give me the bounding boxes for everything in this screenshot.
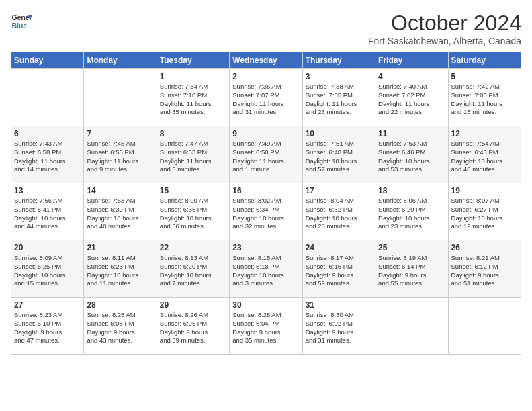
cell-content: Sunrise: 7:51 AM Sunset: 6:48 PM Dayligh… <box>306 140 372 174</box>
page-header: General Blue October 2024 Fort Saskatche… <box>11 11 521 46</box>
calendar-cell: 17Sunrise: 8:04 AM Sunset: 6:32 PM Dayli… <box>302 183 375 240</box>
calendar-row: 1Sunrise: 7:34 AM Sunset: 7:10 PM Daylig… <box>11 69 521 126</box>
cell-content: Sunrise: 8:13 AM Sunset: 6:20 PM Dayligh… <box>160 254 226 288</box>
day-number: 17 <box>306 186 372 195</box>
day-number: 28 <box>87 300 153 310</box>
cell-content: Sunrise: 7:38 AM Sunset: 7:05 PM Dayligh… <box>306 83 372 117</box>
calendar-cell: 14Sunrise: 7:58 AM Sunset: 6:39 PM Dayli… <box>84 183 157 240</box>
location: Fort Saskatchewan, Alberta, Canada <box>368 36 521 46</box>
cell-content: Sunrise: 8:17 AM Sunset: 6:16 PM Dayligh… <box>306 254 372 288</box>
svg-text:Blue: Blue <box>12 22 28 30</box>
weekday-header: Sunday <box>11 52 84 69</box>
calendar-cell <box>375 298 448 355</box>
day-number: 2 <box>232 72 299 81</box>
cell-content: Sunrise: 7:58 AM Sunset: 6:39 PM Dayligh… <box>87 197 153 231</box>
cell-content: Sunrise: 7:47 AM Sunset: 6:53 PM Dayligh… <box>160 140 226 174</box>
day-number: 25 <box>378 243 445 253</box>
cell-content: Sunrise: 7:43 AM Sunset: 6:58 PM Dayligh… <box>14 140 81 174</box>
cell-content: Sunrise: 7:56 AM Sunset: 6:41 PM Dayligh… <box>14 197 81 231</box>
day-number: 24 <box>306 243 372 253</box>
calendar-row: 20Sunrise: 8:09 AM Sunset: 6:25 PM Dayli… <box>11 240 521 298</box>
calendar-row: 6Sunrise: 7:43 AM Sunset: 6:58 PM Daylig… <box>11 126 521 183</box>
day-number: 3 <box>306 72 372 81</box>
calendar-cell: 26Sunrise: 8:21 AM Sunset: 6:12 PM Dayli… <box>448 240 521 298</box>
calendar-cell: 7Sunrise: 7:45 AM Sunset: 6:55 PM Daylig… <box>84 126 157 183</box>
calendar-cell: 5Sunrise: 7:42 AM Sunset: 7:00 PM Daylig… <box>448 69 521 126</box>
day-number: 23 <box>232 243 299 253</box>
calendar-cell: 30Sunrise: 8:28 AM Sunset: 6:04 PM Dayli… <box>230 298 302 355</box>
cell-content: Sunrise: 7:42 AM Sunset: 7:00 PM Dayligh… <box>451 83 518 117</box>
day-number: 27 <box>14 300 81 310</box>
calendar-cell: 12Sunrise: 7:54 AM Sunset: 6:43 PM Dayli… <box>448 126 521 183</box>
header-row: SundayMondayTuesdayWednesdayThursdayFrid… <box>11 52 521 69</box>
day-number: 8 <box>160 129 226 138</box>
cell-content: Sunrise: 7:49 AM Sunset: 6:50 PM Dayligh… <box>232 140 299 174</box>
cell-content: Sunrise: 7:45 AM Sunset: 6:55 PM Dayligh… <box>87 140 153 174</box>
calendar-cell <box>448 298 521 355</box>
weekday-header: Friday <box>375 52 448 69</box>
cell-content: Sunrise: 8:15 AM Sunset: 6:18 PM Dayligh… <box>232 254 299 288</box>
cell-content: Sunrise: 8:28 AM Sunset: 6:04 PM Dayligh… <box>232 311 299 345</box>
day-number: 6 <box>14 129 81 138</box>
day-number: 1 <box>160 72 226 81</box>
calendar-cell: 21Sunrise: 8:11 AM Sunset: 6:23 PM Dayli… <box>84 240 157 298</box>
day-number: 21 <box>87 243 153 253</box>
cell-content: Sunrise: 8:00 AM Sunset: 6:36 PM Dayligh… <box>160 197 226 231</box>
calendar-cell: 25Sunrise: 8:19 AM Sunset: 6:14 PM Dayli… <box>375 240 448 298</box>
calendar-cell: 31Sunrise: 8:30 AM Sunset: 6:02 PM Dayli… <box>302 298 375 355</box>
weekday-header: Thursday <box>302 52 375 69</box>
calendar-row: 27Sunrise: 8:23 AM Sunset: 6:10 PM Dayli… <box>11 298 521 355</box>
day-number: 10 <box>306 129 372 138</box>
logo: General Blue <box>11 11 32 32</box>
calendar-cell: 19Sunrise: 8:07 AM Sunset: 6:27 PM Dayli… <box>448 183 521 240</box>
calendar-cell: 18Sunrise: 8:06 AM Sunset: 6:29 PM Dayli… <box>375 183 448 240</box>
calendar-cell: 3Sunrise: 7:38 AM Sunset: 7:05 PM Daylig… <box>302 69 375 126</box>
calendar-cell: 2Sunrise: 7:36 AM Sunset: 7:07 PM Daylig… <box>230 69 302 126</box>
weekday-header: Monday <box>84 52 157 69</box>
calendar-cell: 8Sunrise: 7:47 AM Sunset: 6:53 PM Daylig… <box>157 126 229 183</box>
day-number: 7 <box>87 129 153 138</box>
calendar-cell: 20Sunrise: 8:09 AM Sunset: 6:25 PM Dayli… <box>11 240 84 298</box>
calendar-cell <box>11 69 84 126</box>
cell-content: Sunrise: 8:25 AM Sunset: 6:08 PM Dayligh… <box>87 311 153 345</box>
weekday-header: Saturday <box>448 52 521 69</box>
cell-content: Sunrise: 8:09 AM Sunset: 6:25 PM Dayligh… <box>14 254 81 288</box>
day-number: 22 <box>160 243 226 253</box>
day-number: 30 <box>232 300 299 310</box>
day-number: 14 <box>87 186 153 195</box>
cell-content: Sunrise: 8:11 AM Sunset: 6:23 PM Dayligh… <box>87 254 153 288</box>
day-number: 12 <box>451 129 518 138</box>
cell-content: Sunrise: 7:53 AM Sunset: 6:46 PM Dayligh… <box>378 140 445 174</box>
calendar-cell: 22Sunrise: 8:13 AM Sunset: 6:20 PM Dayli… <box>157 240 229 298</box>
calendar-table: SundayMondayTuesdayWednesdayThursdayFrid… <box>11 52 521 355</box>
cell-content: Sunrise: 8:19 AM Sunset: 6:14 PM Dayligh… <box>378 254 445 288</box>
cell-content: Sunrise: 7:40 AM Sunset: 7:02 PM Dayligh… <box>378 83 445 117</box>
calendar-cell: 16Sunrise: 8:02 AM Sunset: 6:34 PM Dayli… <box>230 183 302 240</box>
calendar-row: 13Sunrise: 7:56 AM Sunset: 6:41 PM Dayli… <box>11 183 521 240</box>
day-number: 15 <box>160 186 226 195</box>
day-number: 19 <box>451 186 518 195</box>
day-number: 20 <box>14 243 81 253</box>
weekday-header: Wednesday <box>230 52 302 69</box>
cell-content: Sunrise: 8:23 AM Sunset: 6:10 PM Dayligh… <box>14 311 81 345</box>
calendar-cell: 13Sunrise: 7:56 AM Sunset: 6:41 PM Dayli… <box>11 183 84 240</box>
cell-content: Sunrise: 8:04 AM Sunset: 6:32 PM Dayligh… <box>306 197 372 231</box>
cell-content: Sunrise: 8:06 AM Sunset: 6:29 PM Dayligh… <box>378 197 445 231</box>
cell-content: Sunrise: 8:21 AM Sunset: 6:12 PM Dayligh… <box>451 254 518 288</box>
cell-content: Sunrise: 7:34 AM Sunset: 7:10 PM Dayligh… <box>160 83 226 117</box>
day-number: 26 <box>451 243 518 253</box>
calendar-cell: 28Sunrise: 8:25 AM Sunset: 6:08 PM Dayli… <box>84 298 157 355</box>
calendar-cell: 4Sunrise: 7:40 AM Sunset: 7:02 PM Daylig… <box>375 69 448 126</box>
day-number: 31 <box>306 300 372 310</box>
day-number: 18 <box>378 186 445 195</box>
calendar-cell: 10Sunrise: 7:51 AM Sunset: 6:48 PM Dayli… <box>302 126 375 183</box>
cell-content: Sunrise: 7:54 AM Sunset: 6:43 PM Dayligh… <box>451 140 518 174</box>
calendar-cell <box>84 69 157 126</box>
day-number: 4 <box>378 72 445 81</box>
day-number: 29 <box>160 300 226 310</box>
calendar-cell: 15Sunrise: 8:00 AM Sunset: 6:36 PM Dayli… <box>157 183 229 240</box>
cell-content: Sunrise: 8:30 AM Sunset: 6:02 PM Dayligh… <box>306 311 372 345</box>
calendar-cell: 6Sunrise: 7:43 AM Sunset: 6:58 PM Daylig… <box>11 126 84 183</box>
cell-content: Sunrise: 8:07 AM Sunset: 6:27 PM Dayligh… <box>451 197 518 231</box>
calendar-cell: 27Sunrise: 8:23 AM Sunset: 6:10 PM Dayli… <box>11 298 84 355</box>
